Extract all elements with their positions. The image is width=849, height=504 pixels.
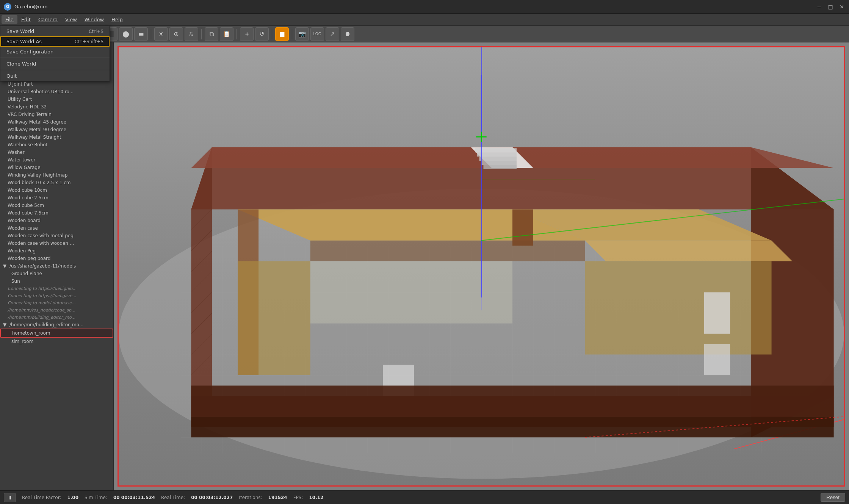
statusbar: ⏸ Real Time Factor: 1.00 Sim Time: 00 00… xyxy=(0,490,849,504)
sidebar-item-woodcube5[interactable]: Wood cube 5cm xyxy=(0,202,113,209)
sidebar-item-woodcube10[interactable]: Wood cube 10cm xyxy=(0,186,113,194)
svg-marker-18 xyxy=(310,241,585,261)
sidebar-item-walkwaystr[interactable]: Walkway Metal Straight xyxy=(0,133,113,141)
copy-button[interactable]: ⧉ xyxy=(205,27,218,41)
menu-save-config[interactable]: Save Configuration xyxy=(0,47,110,57)
light-spot-button[interactable]: ≋ xyxy=(185,27,198,41)
folder-arrow: ▼ xyxy=(3,263,6,269)
orange-mode-button[interactable]: ■ xyxy=(275,27,289,41)
reset-button[interactable]: Reset xyxy=(821,493,845,502)
sidebar-log-3: Connecting to model database... xyxy=(0,299,113,307)
svg-marker-26 xyxy=(191,416,833,437)
sidebar-item-woodblock[interactable]: Wood block 10 x 2.5 x 1 cm xyxy=(0,179,113,186)
folder-arrow-building: ▼ xyxy=(3,322,6,327)
svg-marker-19 xyxy=(238,261,310,375)
sidebar-folder-building[interactable]: ▼ /home/mm/building_editor_mo... xyxy=(0,321,113,329)
menu-save-world-as[interactable]: Save World As Ctrl+Shift+S xyxy=(0,36,110,47)
toolbar: ↖ ✛ ↻ ⤡ ↩ ↪ ⬛ ⬤ ▬ ☀ ⊕ ≋ ⧉ 📋 ⌗ ↺ ■ 📷 LOG … xyxy=(0,26,849,42)
sphere-button[interactable]: ⬤ xyxy=(119,27,133,41)
close-button[interactable]: ✕ xyxy=(838,3,845,10)
sidebar-item-utilitycart[interactable]: Utility Cart xyxy=(0,95,113,103)
sidebar-item-simroom[interactable]: sim_room xyxy=(0,338,113,345)
svg-rect-14 xyxy=(477,152,517,157)
sep7 xyxy=(292,29,292,39)
sidebar-item-walkway90[interactable]: Walkway Metal 90 degree xyxy=(0,126,113,133)
menu-help[interactable]: Help xyxy=(108,15,127,24)
main-area: Tricycle with spherical wheels Truss bri… xyxy=(0,42,849,490)
sidebar-item-winding[interactable]: Winding Valley Heightmap xyxy=(0,171,113,179)
sidebar-item-woodenpeg[interactable]: Wooden Peg xyxy=(0,247,113,255)
sidebar-item-woodenpegboard[interactable]: Wooden peg board xyxy=(0,255,113,262)
graph-button[interactable]: ↗ xyxy=(326,27,339,41)
screenshot-button[interactable]: 📷 xyxy=(295,27,309,41)
menu-camera[interactable]: Camera xyxy=(34,15,61,24)
svg-rect-16 xyxy=(481,161,517,165)
svg-rect-23 xyxy=(704,292,730,333)
sep5 xyxy=(237,29,237,39)
svg-rect-17 xyxy=(483,165,516,169)
menu-clone-world[interactable]: Clone World xyxy=(0,59,110,69)
titlebar: G Gazebo@mm ─ □ ✕ xyxy=(0,0,849,14)
paste-button[interactable]: 📋 xyxy=(220,27,233,41)
sep4 xyxy=(201,29,202,39)
maximize-button[interactable]: □ xyxy=(827,3,834,10)
window-controls: ─ □ ✕ xyxy=(816,3,845,10)
sidebar-item-woodcube75[interactable]: Wood cube 7.5cm xyxy=(0,209,113,217)
sidebar-folder-gazebo11[interactable]: ▼ /usr/share/gazebo-11/models xyxy=(0,262,113,270)
menu-save-world[interactable]: Save World Ctrl+S xyxy=(0,26,110,36)
joints-button[interactable]: ⌗ xyxy=(240,27,254,41)
sidebar-item-hometown[interactable]: hometown_room xyxy=(0,329,113,338)
sidebar-item-woodencasemetal[interactable]: Wooden case with metal peg xyxy=(0,232,113,239)
sidebar-log-4: /home/mm/ros_noetic/code_sp... xyxy=(0,307,113,314)
menu-file[interactable]: File xyxy=(2,15,17,24)
svg-marker-21 xyxy=(585,261,771,354)
sidebar-item-woodencase[interactable]: Wooden case xyxy=(0,224,113,232)
log-button[interactable]: LOG xyxy=(310,27,324,41)
rtf-label: Real Time Factor: xyxy=(22,495,61,500)
sidebar-item-watertower[interactable]: Water tower xyxy=(0,156,113,164)
sidebar-item-vrc[interactable]: VRC Driving Terrain xyxy=(0,111,113,118)
record-button[interactable]: ⏺ xyxy=(341,27,354,41)
sidebar-item-woodencasewood[interactable]: Wooden case with wooden ... xyxy=(0,239,113,247)
svg-marker-4 xyxy=(191,147,212,396)
sidebar-item-woodcube25[interactable]: Wood cube 2.5cm xyxy=(0,194,113,202)
sidebar-item-warehouse[interactable]: Warehouse Robot xyxy=(0,141,113,149)
svg-marker-11 xyxy=(585,241,792,261)
svg-marker-10 xyxy=(512,210,533,246)
cylinder-button[interactable]: ▬ xyxy=(134,27,148,41)
realtime-label: Real Time: xyxy=(161,495,185,500)
sidebar-item-groundplane[interactable]: Ground Plane xyxy=(0,270,113,277)
sidebar-log-1: Connecting to https://fuel.igniti... xyxy=(0,285,113,292)
menu-view[interactable]: View xyxy=(61,15,81,24)
sidebar-item-ur10[interactable]: Universal Robotics UR10 ro... xyxy=(0,88,113,95)
realtime-value: 00 00:03:12.027 xyxy=(191,495,233,500)
iterations-label: Iterations: xyxy=(239,495,262,500)
simtime-value: 00 00:03:11.524 xyxy=(113,495,155,500)
sidebar-item-velodyne[interactable]: Velodyne HDL-32 xyxy=(0,103,113,111)
sidebar-item-willowgarage[interactable]: Willow Garage xyxy=(0,164,113,171)
sidebar-item-sun[interactable]: Sun xyxy=(0,277,113,285)
minimize-button[interactable]: ─ xyxy=(816,3,822,10)
sidebar-item-washer[interactable]: Washer xyxy=(0,149,113,156)
menu-window[interactable]: Window xyxy=(81,15,108,24)
app-icon: G xyxy=(4,3,11,11)
menubar: File Edit Camera View Window Help Save W… xyxy=(0,14,849,26)
light-dir-button[interactable]: ⊕ xyxy=(169,27,183,41)
fps-value: 10.12 xyxy=(309,495,324,500)
rtf-value: 1.00 xyxy=(67,495,78,500)
sidebar-log-2: Connecting to https://fuel.gaze... xyxy=(0,292,113,299)
sidebar-item-woodenboard[interactable]: Wooden board xyxy=(0,217,113,224)
pause-button[interactable]: ⏸ xyxy=(4,493,16,502)
menu-edit[interactable]: Edit xyxy=(17,15,34,24)
menu-quit[interactable]: Quit xyxy=(0,71,110,81)
building-3d xyxy=(119,47,844,485)
sidebar: Tricycle with spherical wheels Truss bri… xyxy=(0,42,114,490)
sidebar-item-walkway45[interactable]: Walkway Metal 45 degree xyxy=(0,118,113,126)
viewport[interactable] xyxy=(114,42,849,490)
reset-view-button[interactable]: ↺ xyxy=(255,27,269,41)
sidebar-log-5: /home/mm/building_editor_mo... xyxy=(0,314,113,321)
light-point-button[interactable]: ☀ xyxy=(154,27,168,41)
sidebar-item-ujoint[interactable]: U Joint Part xyxy=(0,80,113,88)
svg-marker-25 xyxy=(191,385,833,416)
svg-marker-20 xyxy=(310,261,512,323)
